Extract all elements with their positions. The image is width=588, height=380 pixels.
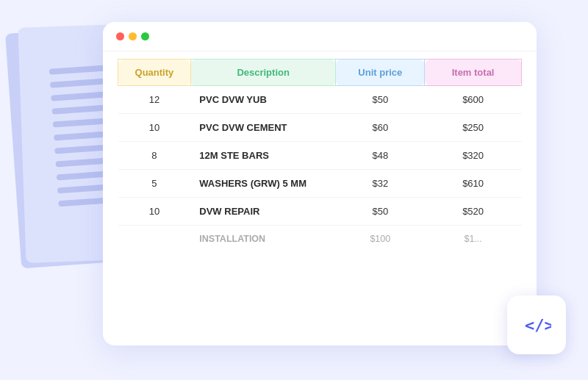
cell-total: $1... xyxy=(425,226,522,253)
cell-desc: DVW REPAIR xyxy=(190,198,336,226)
cell-unit: $48 xyxy=(336,142,425,170)
cell-desc: 12M STE BARS xyxy=(190,142,336,170)
table-container: Quantity Description Unit price Item tot… xyxy=(103,51,537,267)
window-dot-yellow xyxy=(129,32,137,40)
code-badge: </> xyxy=(507,295,566,354)
col-header-description: Description xyxy=(190,60,336,86)
cell-unit: $50 xyxy=(336,86,425,114)
cell-desc: INSTALLATION xyxy=(190,226,336,253)
table-row: 12 PVC DVW YUB $50 $600 xyxy=(118,86,522,114)
cell-unit: $60 xyxy=(336,114,425,142)
svg-text:</>: </> xyxy=(525,316,551,334)
window-dot-red xyxy=(116,32,124,40)
cell-desc: PVC DVW YUB xyxy=(190,86,336,114)
cell-qty: 8 xyxy=(118,142,191,170)
col-header-unit-price: Unit price xyxy=(336,60,425,86)
table-row: 5 WASHERS (GRW) 5 MM $32 $610 xyxy=(118,170,522,198)
main-window: Quantity Description Unit price Item tot… xyxy=(103,22,537,345)
cell-qty: 10 xyxy=(118,198,191,226)
table-row: 10 PVC DVW CEMENT $60 $250 xyxy=(118,114,522,142)
title-bar xyxy=(103,22,537,51)
window-dot-green xyxy=(141,32,149,40)
cell-desc: PVC DVW CEMENT xyxy=(190,114,336,142)
cell-qty: 5 xyxy=(118,170,191,198)
cell-qty xyxy=(118,226,191,253)
cell-unit: $32 xyxy=(336,170,425,198)
code-icon: </> xyxy=(522,310,551,340)
cell-total: $600 xyxy=(425,86,522,114)
cell-unit: $100 xyxy=(336,226,425,253)
cell-total: $610 xyxy=(425,170,522,198)
col-header-quantity: Quantity xyxy=(118,60,191,86)
bg-line xyxy=(51,104,109,114)
invoice-table: Quantity Description Unit price Item tot… xyxy=(118,59,522,252)
cell-unit: $50 xyxy=(336,198,425,226)
cell-total: $520 xyxy=(425,198,522,226)
col-header-item-total: Item total xyxy=(425,60,522,86)
table-row: INSTALLATION $100 $1... xyxy=(118,226,522,253)
table-row: 8 12M STE BARS $48 $320 xyxy=(118,142,522,170)
table-row: 10 DVW REPAIR $50 $520 xyxy=(118,198,522,226)
cell-qty: 10 xyxy=(118,114,191,142)
cell-qty: 12 xyxy=(118,86,191,114)
cell-total: $250 xyxy=(425,114,522,142)
cell-total: $320 xyxy=(425,142,522,170)
cell-desc: WASHERS (GRW) 5 MM xyxy=(190,170,336,198)
